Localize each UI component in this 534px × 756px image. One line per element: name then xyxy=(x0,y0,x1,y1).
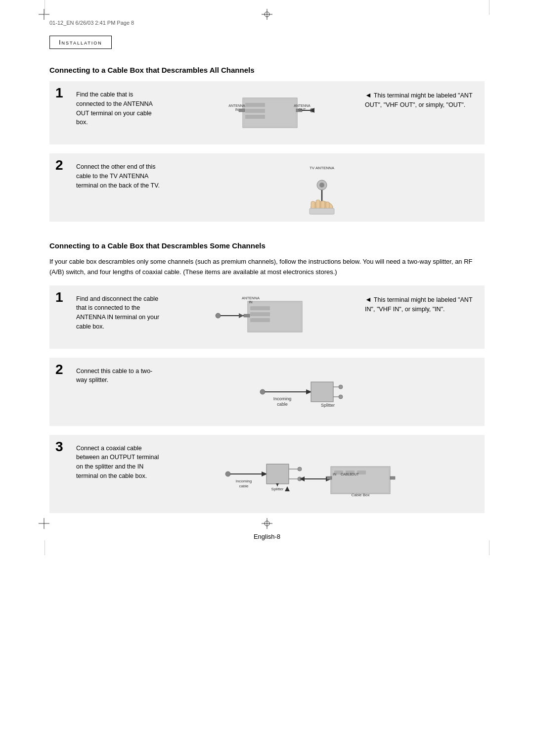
crop-mark-br xyxy=(489,540,490,555)
svg-text:OUT: OUT xyxy=(299,108,307,111)
reg-mark-bottom-center xyxy=(262,518,272,530)
s2-step3-number: 3 xyxy=(55,440,73,454)
step2-diagram: TV ANTENNA xyxy=(165,160,479,215)
svg-marker-37 xyxy=(239,313,244,318)
s2-step3-diagram: Incoming cable Splitter IN CABLE OUT Cab… xyxy=(165,442,479,506)
s2-step3-svg: Incoming cable Splitter IN CABLE OUT Cab… xyxy=(223,442,421,506)
svg-point-57 xyxy=(298,467,302,471)
step1-note: ◄This terminal might be labeled "ANT OUT… xyxy=(360,88,479,110)
svg-rect-33 xyxy=(250,318,270,322)
svg-point-21 xyxy=(319,183,324,188)
note-triangle: ◄ xyxy=(365,91,372,99)
section1-step1: 1 Find the cable that is connected to th… xyxy=(49,81,485,144)
svg-rect-31 xyxy=(250,306,270,310)
svg-rect-67 xyxy=(390,476,395,479)
svg-rect-9 xyxy=(245,115,265,119)
step2-text: Connect the other end of this cable to t… xyxy=(76,160,160,190)
svg-text:OUT: OUT xyxy=(352,472,359,476)
reg-mark-top-left xyxy=(39,9,49,21)
step1-note-text: This terminal might be labeled "ANT OUT"… xyxy=(365,92,472,108)
reg-mark-top-center xyxy=(262,9,272,21)
svg-point-52 xyxy=(225,472,230,476)
step2-number: 2 xyxy=(55,158,73,172)
svg-text:CABLE: CABLE xyxy=(341,472,352,476)
svg-rect-10 xyxy=(239,109,245,112)
section2-step3: 3 Connect a coaxial cable between an OUT… xyxy=(49,435,485,513)
page: 01-12_EN 6/26/03 2:41 PM Page 8 Installa… xyxy=(30,0,504,555)
svg-text:cable: cable xyxy=(277,402,288,407)
svg-text:Cable  Box: Cable Box xyxy=(352,493,370,497)
step2-svg: TV ANTENNA xyxy=(267,160,376,215)
svg-text:Splitter: Splitter xyxy=(271,487,284,491)
step1-diagram: ANTENNA IN ANTENNA OUT xyxy=(165,88,360,138)
svg-point-46 xyxy=(339,385,343,389)
section2-step1: 1 Find and disconnect the cable that is … xyxy=(49,285,485,349)
svg-rect-43 xyxy=(311,382,333,402)
crop-mark-tr xyxy=(489,0,490,15)
section-title: Installation xyxy=(59,39,102,46)
svg-marker-74 xyxy=(276,483,279,486)
svg-marker-69 xyxy=(285,486,290,491)
section1-heading: Connecting to a Cable Box that Descrambl… xyxy=(49,66,485,74)
s2-step2-diagram: Incoming cable Splitter xyxy=(165,365,479,419)
svg-rect-28 xyxy=(310,208,334,214)
svg-rect-25 xyxy=(316,200,320,209)
section2-heading: Connecting to a Cable Box that Descrambl… xyxy=(49,241,485,250)
svg-rect-8 xyxy=(245,109,265,113)
section2-body: If your cable box descrambles only some … xyxy=(49,257,485,278)
svg-rect-27 xyxy=(326,202,329,209)
step1-text: Find the cable that is connected to the … xyxy=(76,88,160,127)
svg-text:IN: IN xyxy=(333,472,336,476)
s2-step2-svg: Incoming cable Splitter xyxy=(253,365,391,419)
svg-rect-7 xyxy=(245,103,265,107)
svg-text:ANTENNA: ANTENNA xyxy=(294,104,311,107)
s2-step2-number: 2 xyxy=(55,363,73,377)
svg-rect-34 xyxy=(244,314,250,317)
section1-step2: 2 Connect the other end of this cable to… xyxy=(49,153,485,222)
svg-text:ANTENNA: ANTENNA xyxy=(228,104,245,107)
svg-point-36 xyxy=(216,313,221,318)
svg-rect-26 xyxy=(321,201,325,209)
step1-svg: ANTENNA IN ANTENNA OUT xyxy=(208,88,317,138)
svg-point-41 xyxy=(260,389,265,394)
s2-step1-number: 1 xyxy=(55,290,73,304)
step1-number: 1 xyxy=(55,86,73,100)
svg-text:IN: IN xyxy=(249,300,253,304)
svg-text:TV ANTENNA: TV ANTENNA xyxy=(310,166,335,170)
svg-text:cable: cable xyxy=(239,484,249,488)
page-number-text: English-8 xyxy=(254,533,280,540)
section2-step2: 2 Connect this cable to a two-way splitt… xyxy=(49,358,485,426)
page-number: English-8 xyxy=(49,533,485,540)
reg-mark-bottom-left xyxy=(39,518,49,530)
s2-step1-note-text: This terminal might be labeled "ANT IN",… xyxy=(365,296,472,313)
s2-step3-text: Connect a coaxial cable between an OUTPU… xyxy=(76,442,160,481)
s2-step1-text: Find and disconnect the cable that is co… xyxy=(76,292,160,331)
crop-mark-bl xyxy=(44,540,45,555)
svg-text:Splitter: Splitter xyxy=(321,403,335,408)
s2-note-triangle: ◄ xyxy=(365,295,372,303)
svg-point-47 xyxy=(339,395,343,399)
s2-step1-note: ◄This terminal might be labeled "ANT IN"… xyxy=(360,292,479,314)
s2-step2-text: Connect this cable to a two-way splitter… xyxy=(76,365,160,385)
svg-text:Incoming: Incoming xyxy=(236,479,252,483)
s2-step1-diagram: ANTENNA IN xyxy=(165,292,360,342)
svg-text:Incoming: Incoming xyxy=(273,396,292,401)
s2-step1-svg: ANTENNA IN xyxy=(208,292,317,342)
crop-mark-tl xyxy=(44,0,45,15)
svg-rect-66 xyxy=(327,476,332,479)
svg-rect-54 xyxy=(267,464,289,484)
svg-text:IN: IN xyxy=(235,108,239,111)
section-title-box: Installation xyxy=(49,36,112,49)
svg-rect-32 xyxy=(250,312,270,316)
